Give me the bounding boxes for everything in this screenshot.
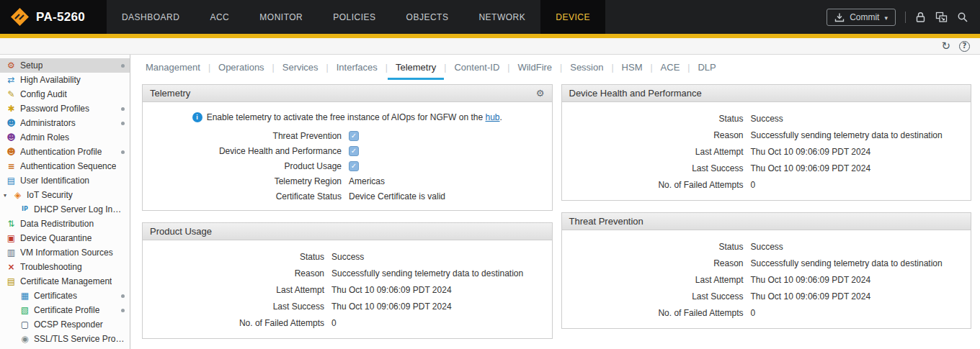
row-value: Success (751, 114, 963, 124)
sidebar-item-label: OCSP Responder (34, 319, 103, 330)
panel-title: Threat Prevention (569, 216, 643, 227)
tab-services[interactable]: Services (275, 55, 326, 80)
iot-security-icon: ◈ (12, 191, 23, 199)
row-label: Reason (571, 258, 744, 268)
nav-dashboard[interactable]: DASHBOARD (107, 0, 195, 34)
form-row: Telemetry Region Americas (151, 176, 543, 186)
nav-acc[interactable]: ACC (195, 0, 244, 34)
modified-dot (121, 294, 125, 298)
sidebar-item-high-availability[interactable]: ⇄ High Availability (0, 73, 130, 87)
panel-header: Device Health and Performance (562, 85, 971, 102)
field-label: Threat Prevention (151, 131, 342, 141)
commit-upload-icon (834, 12, 845, 22)
field-value: Device Certificate is valid (349, 191, 445, 201)
modified-dot (121, 64, 125, 68)
panel-body: Status Success Reason Successfully sendi… (143, 240, 552, 338)
device-health-checkbox[interactable]: ✓ (349, 146, 359, 156)
sidebar-item-ocsp-responder[interactable]: ▢ OCSP Responder (0, 317, 130, 332)
tab-content-id[interactable]: Content-ID (446, 55, 507, 80)
chevron-down-icon (884, 12, 888, 22)
sidebar-item-label: Authentication Profile (20, 147, 102, 157)
row-value: Thu Oct 10 09:06:09 PDT 2024 (751, 147, 963, 157)
sidebar-item-setup[interactable]: ⚙ Setup (0, 58, 130, 73)
status-row: Last Success Thu Oct 10 09:06:09 PDT 202… (151, 302, 543, 312)
row-value: Successfully sending telemetry data to d… (751, 130, 963, 140)
commit-button[interactable]: Commit (827, 9, 896, 26)
sidebar-item-ssl-tls-service-profile[interactable]: ◉ SSL/TLS Service Profile (0, 332, 130, 346)
locks-icon[interactable] (915, 12, 926, 23)
tab-management[interactable]: Management (138, 55, 208, 80)
tab-telemetry[interactable]: Telemetry (388, 55, 444, 80)
certificate-profile-icon: ▧ (19, 306, 30, 314)
status-row: Last Attempt Thu Oct 10 09:06:09 PDT 202… (571, 147, 963, 157)
row-value: 0 (331, 318, 543, 328)
nav-objects[interactable]: OBJECTS (391, 0, 464, 34)
sidebar-item-data-redistribution[interactable]: ⇅ Data Redistribution (0, 217, 130, 231)
task-manager-icon[interactable] (935, 12, 948, 23)
sidebar-item-dhcp-server-log-ingestion[interactable]: IP DHCP Server Log Ingestion (0, 202, 130, 217)
admin-roles-icon: ☻ (6, 133, 17, 142)
tab-bar: Management Operations Services Interface… (130, 55, 980, 80)
hub-link[interactable]: hub (485, 112, 499, 122)
tab-interfaces[interactable]: Interfaces (329, 55, 386, 80)
tab-operations[interactable]: Operations (210, 55, 272, 80)
row-value: 0 (751, 308, 963, 318)
row-label: No. of Failed Attempts (571, 308, 744, 318)
tab-ace[interactable]: ACE (653, 55, 688, 80)
sidebar-item-certificates[interactable]: ▦ Certificates (0, 289, 130, 303)
sidebar-item-vm-information-sources[interactable]: ▥ VM Information Sources (0, 245, 130, 260)
sidebar-item-label: VM Information Sources (20, 248, 113, 258)
sidebar-item-label: Device Quarantine (20, 233, 92, 243)
chevron-down-icon[interactable] (1, 192, 9, 199)
product-usage-panel: Product Usage Status Success Reason Succ… (142, 222, 553, 339)
tab-wildfire[interactable]: WildFire (509, 55, 560, 80)
nav-monitor[interactable]: MONITOR (244, 0, 318, 34)
sidebar-item-certificate-profile[interactable]: ▧ Certificate Profile (0, 303, 130, 317)
sidebar-item-admin-roles[interactable]: ☻ Admin Roles (0, 130, 130, 145)
panel-header: Threat Prevention (562, 213, 971, 230)
row-value: Successfully sending telemetry data to d… (751, 258, 963, 268)
row-label: Status (571, 242, 744, 252)
app-root: PA-5260 DASHBOARD ACC MONITOR POLICIES O… (0, 0, 980, 349)
product-usage-checkbox[interactable]: ✓ (349, 161, 359, 171)
sidebar-item-authentication-sequence[interactable]: ≡ Authentication Sequence (0, 159, 130, 173)
panel-body: Status Success Reason Successfully sendi… (562, 102, 971, 200)
form-row: Certificate Status Device Certificate is… (151, 191, 543, 201)
help-icon[interactable]: ? (959, 41, 970, 52)
status-row: No. of Failed Attempts 0 (151, 318, 543, 328)
sidebar-item-troubleshooting[interactable]: × Troubleshooting (0, 260, 130, 274)
sidebar-item-iot-security[interactable]: ◈ IoT Security (0, 188, 130, 202)
troubleshooting-icon: × (6, 263, 17, 271)
modified-dot (121, 107, 125, 111)
telemetry-info: i Enable telemetry to activate the free … (151, 112, 543, 122)
row-label: No. of Failed Attempts (151, 318, 324, 328)
refresh-icon[interactable]: ↻ (941, 41, 950, 52)
row-label: Last Attempt (571, 275, 744, 285)
sidebar-item-authentication-profile[interactable]: ☻ Authentication Profile (0, 145, 130, 159)
nav-network[interactable]: NETWORK (463, 0, 540, 34)
tab-dlp[interactable]: DLP (690, 55, 723, 80)
modified-dot (121, 150, 125, 154)
sidebar-item-user-identification[interactable]: ▤ User Identification (0, 173, 130, 188)
row-value: Thu Oct 10 09:06:09 PDT 2024 (751, 275, 963, 285)
gear-icon[interactable]: ⚙ (536, 88, 545, 99)
sidebar-item-label: Admin Roles (20, 132, 69, 142)
row-label: Last Success (151, 302, 324, 312)
form-row: Product Usage ✓ (151, 161, 543, 171)
tab-hsm[interactable]: HSM (614, 55, 651, 80)
threat-prevention-checkbox[interactable]: ✓ (349, 131, 359, 141)
tab-session[interactable]: Session (562, 55, 611, 80)
panel-header: Product Usage (143, 223, 552, 240)
sidebar-item-certificate-management[interactable]: ▤ Certificate Management (0, 274, 130, 289)
search-icon[interactable] (957, 12, 968, 23)
nav-policies[interactable]: POLICIES (318, 0, 391, 34)
status-row: Last Success Thu Oct 10 09:06:09 PDT 202… (571, 163, 963, 173)
status-row: No. of Failed Attempts 0 (571, 308, 963, 318)
sidebar: ⚙ Setup ⇄ High Availability ✎ Config Aud… (0, 55, 130, 349)
sidebar-item-administrators[interactable]: ☻ Administrators (0, 116, 130, 130)
sidebar-item-device-quarantine[interactable]: ▣ Device Quarantine (0, 231, 130, 245)
sidebar-item-password-profiles[interactable]: ✱ Password Profiles (0, 101, 130, 116)
panel-title: Device Health and Performance (569, 88, 702, 99)
nav-device[interactable]: DEVICE (540, 0, 605, 34)
sidebar-item-config-audit[interactable]: ✎ Config Audit (0, 87, 130, 101)
